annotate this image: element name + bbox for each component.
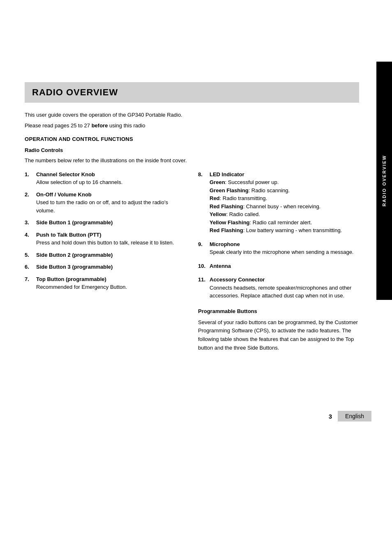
led-line: Green: Successful power up. <box>210 179 279 185</box>
item-desc: Press and hold down this button to talk,… <box>36 239 186 247</box>
page-container: RADIO OVERVIEW This user guide covers th… <box>0 0 392 555</box>
item-content: Antenna <box>210 262 359 270</box>
item-content: Push to Talk Button (PTT) Press and hold… <box>36 231 186 247</box>
list-item-accessory: 11. Accessory Connector Connects headset… <box>198 276 359 300</box>
item-number: 2. <box>25 191 36 215</box>
list-item-antenna: 10. Antenna <box>198 262 359 270</box>
item-desc: Connects headsets, remote speaker/microp… <box>210 284 359 300</box>
item-desc: Recommended for Emergency Button. <box>36 283 186 291</box>
item-number: 1. <box>25 170 36 187</box>
item-title: On-Off / Volume Knob <box>36 191 92 198</box>
side-tab: RADIO OVERVIEW <box>376 62 392 300</box>
item-desc: Allow selection of up to 16 channels. <box>36 178 186 187</box>
left-items-list: 1. Channel Selector Knob Allow selection… <box>25 170 186 291</box>
led-color: Green <box>210 179 225 185</box>
item-number: 5. <box>25 251 36 259</box>
item-title: LED Indicator <box>210 170 359 179</box>
led-color: Red <box>210 195 220 201</box>
intro-paragraph-2: Please read pages 25 to 27 before using … <box>25 122 359 130</box>
page-footer: 3 English <box>329 411 371 421</box>
item-desc: Green: Successful power up. Green Flashi… <box>210 178 359 235</box>
item-desc: Used to turn the radio on or off, and to… <box>36 198 186 214</box>
item-title: Top Button (programmable) <box>36 276 106 282</box>
item-content: On-Off / Volume Knob Used to turn the ra… <box>36 191 186 215</box>
item-number: 10. <box>198 262 210 270</box>
list-item: 1. Channel Selector Knob Allow selection… <box>25 170 186 187</box>
led-line: Red: Radio transmitting. <box>210 195 267 201</box>
side-tab-label: RADIO OVERVIEW <box>382 155 387 207</box>
list-item: 4. Push to Talk Button (PTT) Press and h… <box>25 231 186 247</box>
led-color: Red Flashing <box>210 203 243 210</box>
list-item: 2. On-Off / Volume Knob Used to turn the… <box>25 191 186 215</box>
item-title: Side Button 3 (programmable) <box>36 264 113 270</box>
item-title: Side Button 1 (programmable) <box>36 219 113 226</box>
section-title-box: RADIO OVERVIEW <box>25 82 359 103</box>
operation-heading: OPERATION AND CONTROL FUNCTIONS <box>25 136 359 142</box>
led-color: Yellow Flashing <box>210 219 250 226</box>
item-title: Side Button 2 (programmable) <box>36 252 113 258</box>
main-content: RADIO OVERVIEW This user guide covers th… <box>0 0 392 555</box>
english-badge: English <box>338 411 371 421</box>
item-number: 9. <box>198 240 210 256</box>
right-items-list: 8. LED Indicator Green: Successful power… <box>198 170 359 300</box>
left-column: 1. Channel Selector Knob Allow selection… <box>25 170 186 352</box>
led-line: Red Flashing: Channel busy - when receiv… <box>210 203 321 210</box>
intro-2-prefix: Please read pages 25 to 27 <box>25 122 92 129</box>
item-content: Side Button 1 (programmable) <box>36 219 186 227</box>
item-content: Top Button (programmable) Recommended fo… <box>36 275 186 291</box>
list-item: 7. Top Button (programmable) Recommended… <box>25 275 186 291</box>
programmable-text: Several of your radio buttons can be pro… <box>198 318 359 352</box>
page-number: 3 <box>329 413 332 420</box>
intro-2-bold: before <box>92 122 108 129</box>
list-item: 6. Side Button 3 (programmable) <box>25 263 186 271</box>
led-line: Yellow Flashing: Radio call reminder ale… <box>210 219 312 226</box>
item-content: Accessory Connector Connects headsets, r… <box>210 276 359 300</box>
led-line: Yellow: Radio called. <box>210 211 260 217</box>
item-number: 8. <box>198 170 210 235</box>
led-color: Red Flashing <box>210 227 243 233</box>
item-title: Accessory Connector <box>210 276 359 284</box>
inside-cover-text: The numbers below refer to the illustrat… <box>25 157 359 165</box>
list-item: 5. Side Button 2 (programmable) <box>25 251 186 259</box>
item-content: Channel Selector Knob Allow selection of… <box>36 170 186 187</box>
item-title: Antenna <box>210 262 359 270</box>
list-item: 3. Side Button 1 (programmable) <box>25 219 186 227</box>
list-item-microphone: 9. Microphone Speak clearly into the mic… <box>198 240 359 256</box>
item-desc: Speak clearly into the microphone when s… <box>210 248 359 256</box>
right-column: 8. LED Indicator Green: Successful power… <box>198 170 359 352</box>
two-column-layout: 1. Channel Selector Knob Allow selection… <box>25 170 359 352</box>
led-line: Red Flashing: Low battery warning - when… <box>210 227 342 233</box>
item-number: 4. <box>25 231 36 247</box>
item-content: Side Button 3 (programmable) <box>36 263 186 271</box>
item-title: Channel Selector Knob <box>36 171 95 177</box>
led-color: Yellow <box>210 211 226 217</box>
item-content: Side Button 2 (programmable) <box>36 251 186 259</box>
intro-2-suffix: using this radio <box>108 122 145 129</box>
programmable-heading: Programmable Buttons <box>198 308 359 314</box>
intro-paragraph-1: This user guide covers the operation of … <box>25 111 359 119</box>
item-number: 11. <box>198 276 210 300</box>
item-content: Microphone Speak clearly into the microp… <box>210 240 359 256</box>
programmable-section: Programmable Buttons Several of your rad… <box>198 308 359 352</box>
item-title: Push to Talk Button (PTT) <box>36 232 101 238</box>
item-number: 6. <box>25 263 36 271</box>
led-color: Green Flashing <box>210 187 249 193</box>
item-number: 7. <box>25 275 36 291</box>
item-title: Microphone <box>210 240 359 249</box>
item-number: 3. <box>25 219 36 227</box>
radio-controls-heading: Radio Controls <box>25 147 359 153</box>
item-content: LED Indicator Green: Successful power up… <box>210 170 359 235</box>
section-title: RADIO OVERVIEW <box>32 87 352 98</box>
list-item-led: 8. LED Indicator Green: Successful power… <box>198 170 359 235</box>
led-line: Green Flashing: Radio scanning. <box>210 187 290 193</box>
